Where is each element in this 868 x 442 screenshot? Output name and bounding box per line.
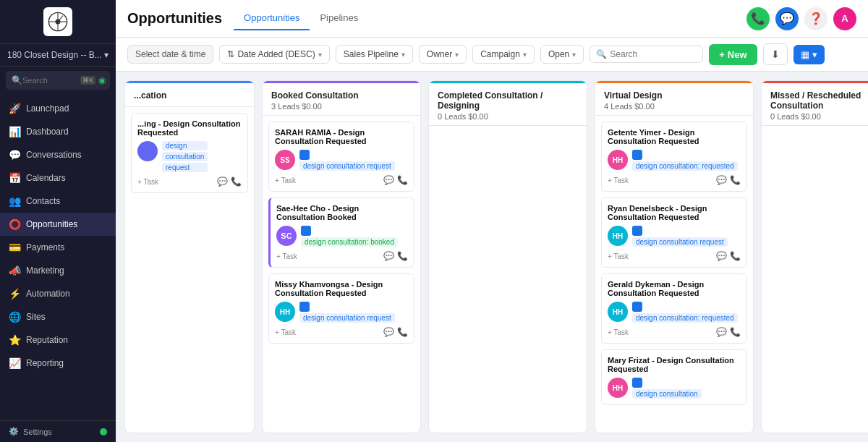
card-title-gerald: Gerald Dykeman - Design Consultation Req… <box>608 280 741 297</box>
add-task-button[interactable]: + Task <box>275 328 296 336</box>
add-task-button[interactable]: + Task <box>137 178 158 186</box>
card-footer-missy: + Task 💬 📞 <box>275 327 408 337</box>
tag: design consultation <box>632 389 702 399</box>
sidebar-item-label: Calendars <box>26 173 66 183</box>
add-task-button[interactable]: + Task <box>608 328 629 336</box>
card-virtual-4: Mary Frizat - Design Consultation Reques… <box>601 349 747 405</box>
card-booked-1: SARAH RAMIA - Design Consultation Reques… <box>268 122 414 192</box>
card-body-ryan: HH design consultation request <box>608 226 741 247</box>
status-label: Open <box>548 49 569 59</box>
grid-icon: ▦ <box>801 49 809 60</box>
phone-icon[interactable]: 📞 <box>231 177 242 187</box>
sort-filter-button[interactable]: ⇅ Date Added (DESC) ▾ <box>219 45 329 64</box>
download-icon: ⬇ <box>771 48 780 60</box>
card-footer-getente: + Task 💬 📞 <box>608 175 741 185</box>
col-body-completed <box>429 126 587 433</box>
sidebar-item-label: Marketing <box>26 265 64 276</box>
sidebar-item-label: Reputation <box>26 335 68 345</box>
sidebar-item-dashboard[interactable]: 📊 Dashboard <box>0 120 116 143</box>
sms-icon[interactable]: 💬 <box>716 327 727 337</box>
date-picker-button[interactable]: Select date & time <box>127 45 213 64</box>
sidebar-item-reputation[interactable]: ⭐ Reputation <box>0 328 116 352</box>
phone-icon[interactable]: 📞 <box>730 251 741 261</box>
avatar-getente: HH <box>608 150 628 170</box>
sms-icon[interactable]: 💬 <box>716 175 727 185</box>
sidebar-item-conversations[interactable]: 💬 Conversations <box>0 143 116 166</box>
view-toggle-button[interactable]: ▦ ▾ <box>793 45 825 64</box>
sidebar-item-reporting[interactable]: 📈 Reporting <box>0 352 116 375</box>
sidebar-item-launchpad[interactable]: 🚀 Launchpad <box>0 97 116 120</box>
sidebar-bottom[interactable]: ⚙️ Settings <box>0 420 116 442</box>
phone-icon[interactable]: 📞 <box>730 175 741 185</box>
messages-button[interactable]: 💬 <box>775 7 799 30</box>
phone-icon[interactable]: 📞 <box>730 327 741 337</box>
col-body-virtual: Getente Yimer - Design Consultation Requ… <box>595 116 753 433</box>
sidebar-extra-icon[interactable]: ◉ <box>98 75 106 85</box>
phone-icon[interactable]: 📞 <box>397 175 408 185</box>
dashboard-icon: 📊 <box>9 126 20 137</box>
card-actions: 💬 📞 <box>217 177 242 187</box>
sidebar-item-label: Conversations <box>26 150 82 160</box>
sms-icon[interactable]: 💬 <box>383 327 394 337</box>
pipeline-label: Sales Pipeline <box>344 49 399 59</box>
sidebar-item-label: Sites <box>26 312 46 322</box>
tab-opportunities[interactable]: Opportunities <box>234 7 310 30</box>
col-amount-completed: $0.00 <box>468 112 488 121</box>
sms-icon[interactable]: 💬 <box>383 175 394 185</box>
topbar-left: Opportunities Opportunities Pipelines <box>127 7 368 30</box>
user-avatar[interactable]: A <box>833 7 856 30</box>
sidebar-item-payments[interactable]: 💳 Payments <box>0 236 116 259</box>
search-input[interactable] <box>22 76 80 85</box>
add-task-button[interactable]: + Task <box>608 177 629 184</box>
tag: design <box>162 141 208 150</box>
add-task-button[interactable]: + Task <box>275 177 296 184</box>
sidebar-item-sites[interactable]: 🌐 Sites <box>0 305 116 328</box>
tab-pipelines[interactable]: Pipelines <box>310 7 368 30</box>
add-task-button[interactable]: + Task <box>608 252 629 260</box>
reputation-icon: ⭐ <box>9 334 20 346</box>
calendars-icon: 📅 <box>9 172 20 184</box>
pipeline-filter-button[interactable]: Sales Pipeline ▾ <box>336 45 413 64</box>
phone-icon[interactable]: 📞 <box>397 327 408 337</box>
topbar: Opportunities Opportunities Pipelines 📞 … <box>116 0 868 38</box>
sms-icon[interactable]: 💬 <box>383 251 394 261</box>
owner-filter-button[interactable]: Owner ▾ <box>419 45 467 64</box>
sms-icon[interactable]: 💬 <box>716 251 727 261</box>
column-completed: Completed Consultation / Designing 0 Lea… <box>428 80 587 433</box>
sms-icon[interactable]: 💬 <box>217 177 228 187</box>
sidebar-nav: 🚀 Launchpad 📊 Dashboard 💬 Conversations … <box>0 94 116 420</box>
search-box: 🔍 <box>590 46 703 63</box>
avatar-cho: SC <box>276 226 297 246</box>
sidebar-item-opportunities[interactable]: ⭕ Opportunities <box>0 213 116 236</box>
col-header-booked: Booked Consultation 3 Leads $0.00 <box>263 83 420 116</box>
sidebar-item-automation[interactable]: ⚡ Automation <box>0 282 116 305</box>
card-tags: design consultation request <box>162 141 208 172</box>
status-filter-button[interactable]: Open ▾ <box>540 45 584 64</box>
sidebar-item-marketing[interactable]: 📣 Marketing <box>0 259 116 282</box>
sidebar-search[interactable]: 🔍 ⌘K ◉ <box>6 71 110 90</box>
help-button[interactable]: ❓ <box>804 7 827 30</box>
sidebar-item-label: Payments <box>26 242 64 252</box>
new-button[interactable]: + New <box>709 44 757 65</box>
sidebar-item-contacts[interactable]: 👥 Contacts <box>0 190 116 213</box>
tag: design consultation request <box>632 237 728 247</box>
card-actions: 💬 📞 <box>716 251 741 261</box>
tag: request <box>162 163 208 172</box>
campaign-filter-button[interactable]: Campaign ▾ <box>472 45 535 64</box>
download-button[interactable]: ⬇ <box>763 43 788 65</box>
phone-icon[interactable]: 📞 <box>397 251 408 261</box>
column-booked: Booked Consultation 3 Leads $0.00 SARAH … <box>262 80 421 433</box>
search-input[interactable] <box>610 49 697 59</box>
col-leads-virtual: 4 Leads <box>604 102 632 111</box>
badge-icon <box>632 302 642 312</box>
workspace-chevron: ▾ <box>104 50 109 60</box>
workspace-selector[interactable]: 180 Closet Design -- B... ▾ <box>0 44 116 67</box>
reporting-icon: 📈 <box>9 357 20 369</box>
search-shortcut-badge: ⌘K <box>80 76 95 85</box>
add-task-button[interactable]: + Task <box>276 252 297 260</box>
phone-button[interactable]: 📞 <box>746 7 770 30</box>
sidebar-item-calendars[interactable]: 📅 Calendars <box>0 166 116 190</box>
sidebar: 180 Closet Design -- B... ▾ 🔍 ⌘K ◉ 🚀 Lau… <box>0 0 116 442</box>
col-leads-completed: 0 Leads <box>438 112 466 121</box>
status-chevron: ▾ <box>572 51 576 59</box>
